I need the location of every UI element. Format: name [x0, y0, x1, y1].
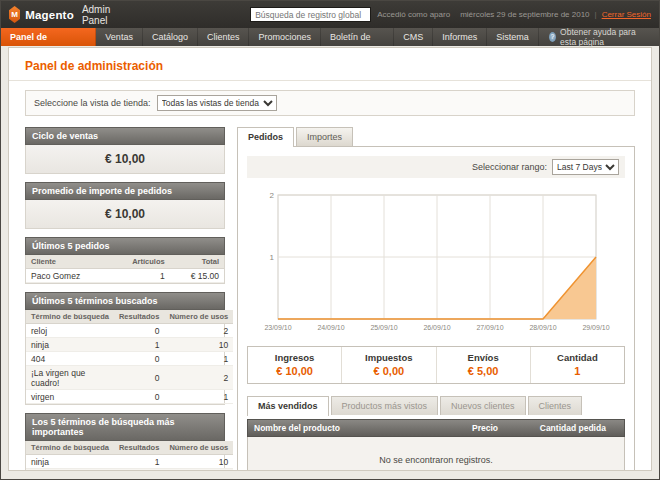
last-search-terms-table: Término de búsqueda Resultados Número de…: [26, 310, 233, 404]
stat-label: Envíos: [437, 352, 530, 363]
lifetime-sales-title: Ciclo de ventas: [25, 127, 225, 145]
table-row[interactable]: ninja110: [26, 455, 233, 469]
range-label: Seleccionar rango:: [472, 162, 547, 172]
table-row[interactable]: virgen01: [26, 390, 233, 404]
table-cell: ninja: [26, 455, 114, 469]
stat-value: € 5,00: [437, 365, 530, 377]
stat-value: € 10,00: [248, 365, 341, 377]
column-header: Cliente: [26, 255, 110, 269]
tab-new-customers[interactable]: Nuevos clientes: [440, 396, 526, 415]
tab-bestsellers[interactable]: Más vendidos: [247, 396, 329, 416]
column-header: Término de búsqueda: [26, 310, 114, 324]
table-cell: virgen: [26, 390, 114, 404]
svg-text:23/09/10: 23/09/10: [264, 324, 291, 331]
stat-label: Impuestos: [342, 352, 435, 363]
dashboard-main: Pedidos Importes Seleccionar rango: Last…: [237, 127, 635, 471]
global-search-input[interactable]: [250, 7, 371, 22]
top-header: Magento Admin Panel Accedió como aparo m…: [1, 1, 659, 28]
table-row[interactable]: ¡La virgen que cuadro!02: [26, 366, 233, 390]
table-cell: 1: [164, 390, 233, 404]
session-separator: |: [595, 10, 597, 19]
nav-item-reports[interactable]: Informes: [433, 28, 487, 46]
table-cell: 0: [114, 352, 164, 366]
range-select[interactable]: Last 7 Days: [552, 159, 619, 175]
table-cell: 404: [26, 352, 114, 366]
last-search-terms-box: Últimos 5 términos buscados Término de b…: [25, 292, 225, 405]
table-cell: 1: [164, 352, 233, 366]
tab-most-viewed[interactable]: Productos más vistos: [331, 396, 439, 415]
nav-item-sales[interactable]: Ventas: [96, 28, 143, 46]
table-cell: ¡La virgen que cuadro!: [26, 366, 114, 390]
session-info: Accedió como aparo miércoles 29 de septi…: [377, 10, 651, 19]
table-cell: 10: [164, 455, 233, 469]
svg-text:1: 1: [270, 253, 275, 262]
store-view-select[interactable]: Todas las vistas de tienda: [157, 95, 277, 111]
nav-item-cms[interactable]: CMS: [394, 28, 433, 46]
current-date: miércoles 29 de septiembre de 2010: [460, 10, 589, 19]
table-row[interactable]: reloj02: [26, 324, 233, 338]
svg-text:25/09/10: 25/09/10: [370, 324, 397, 331]
table-cell: 1: [110, 269, 170, 283]
chart-toolbar: Seleccionar rango: Last 7 Days: [247, 156, 625, 178]
top-search-terms-box: Los 5 términos de búsqueda más important…: [25, 413, 225, 471]
table-row[interactable]: reloj02: [26, 469, 233, 472]
table-cell: 2: [164, 366, 233, 390]
table-row[interactable]: Paco Gomez1€ 15.00: [26, 269, 224, 283]
chart-area: 1223/09/1024/09/1025/09/1026/09/1027/09/…: [247, 187, 625, 337]
tab-orders[interactable]: Pedidos: [237, 127, 294, 147]
stat-label: Cantidad: [531, 352, 624, 363]
column-header: Total: [170, 255, 224, 269]
last-orders-title: Últimos 5 pedidos: [25, 237, 225, 255]
table-cell: 1: [114, 455, 164, 469]
nav-item-dashboard[interactable]: Panel de administración: [1, 28, 96, 46]
column-header: Resultados: [114, 310, 164, 324]
products-grid-header: Nombre del producto Precio Cantidad pedi…: [247, 419, 625, 437]
last-search-terms-title: Últimos 5 términos buscados: [25, 292, 225, 310]
svg-text:29/09/10: 29/09/10: [582, 324, 609, 331]
nav-item-newsletter[interactable]: Boletín de noticias: [321, 28, 394, 46]
column-header: Resultados: [114, 441, 164, 455]
table-cell: 1: [114, 338, 164, 352]
table-cell: reloj: [26, 324, 114, 338]
table-cell: reloj: [26, 469, 114, 472]
stat-quantity: Cantidad 1: [530, 347, 624, 383]
last-orders-table: Cliente Artículos Total Paco Gomez1€ 15.…: [26, 255, 224, 283]
logout-link[interactable]: Cerrar Sesión: [602, 10, 651, 19]
column-header: Precio: [466, 420, 534, 436]
svg-text:26/09/10: 26/09/10: [423, 324, 450, 331]
magento-logo-icon: [9, 6, 20, 23]
tab-customers[interactable]: Clientes: [528, 396, 583, 415]
magento-admin-window: Magento Admin Panel Accedió como aparo m…: [0, 0, 660, 480]
nav-item-system[interactable]: Sistema: [487, 28, 539, 46]
store-view-switcher: Seleccione la vista de tienda: Todas las…: [25, 90, 635, 116]
orders-chart: 1223/09/1024/09/1025/09/1026/09/1027/09/…: [260, 187, 612, 337]
average-orders-title: Promedio de importe de pedidos: [25, 182, 225, 200]
nav-item-promotions[interactable]: Promociones: [249, 28, 321, 46]
nav-item-customers[interactable]: Clientes: [198, 28, 250, 46]
column-header: Artículos: [110, 255, 170, 269]
main-nav: Panel de administración Ventas Catálogo …: [1, 28, 659, 46]
table-cell: 10: [164, 338, 233, 352]
tab-amounts[interactable]: Importes: [296, 127, 353, 146]
table-cell: ninja: [26, 338, 114, 352]
products-tabs: Más vendidos Productos más vistos Nuevos…: [247, 396, 625, 415]
brand-suffix: Admin Panel: [82, 4, 124, 26]
lifetime-sales-value: € 10,00: [25, 145, 225, 174]
help-link[interactable]: Obtener ayuda para esta página: [539, 28, 659, 46]
brand-name: Magento: [25, 9, 74, 21]
last-orders-box: Últimos 5 pedidos Cliente Artículos Tota…: [25, 237, 225, 284]
table-row[interactable]: 40401: [26, 352, 233, 366]
table-row[interactable]: ninja110: [26, 338, 233, 352]
table-cell: € 15.00: [170, 269, 224, 283]
page-title: Panel de administración: [25, 59, 163, 73]
column-header: Cantidad pedida: [534, 420, 624, 436]
svg-text:2: 2: [270, 191, 275, 200]
column-header: Número de usos: [164, 310, 233, 324]
stat-value: € 0,00: [342, 365, 435, 377]
store-view-label: Seleccione la vista de tienda:: [34, 98, 151, 108]
table-cell: 0: [114, 469, 164, 472]
column-header: Número de usos: [164, 441, 233, 455]
stat-label: Ingresos: [248, 352, 341, 363]
nav-item-catalog[interactable]: Catálogo: [143, 28, 198, 46]
table-cell: 2: [164, 324, 233, 338]
